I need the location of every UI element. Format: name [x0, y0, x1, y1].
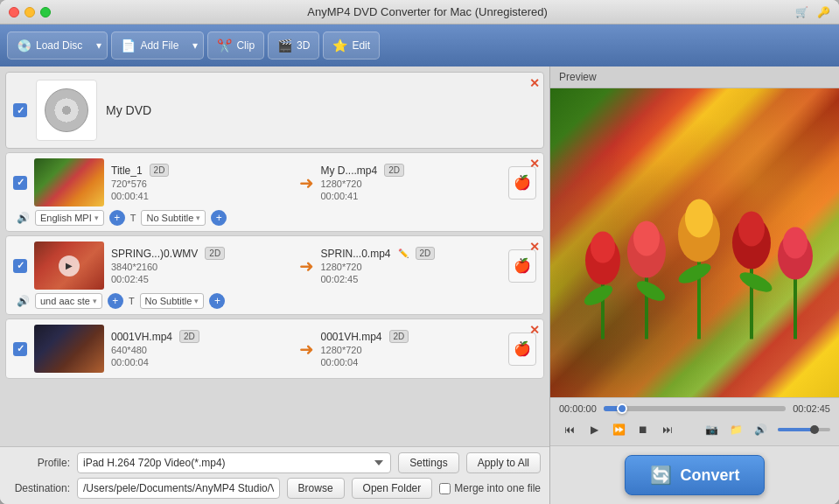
load-disc-button[interactable]: 💿 Load Disc — [7, 32, 91, 60]
clip-button[interactable]: ✂️ Clip — [207, 32, 264, 60]
arrow-1-icon: ➜ — [299, 256, 314, 276]
controls-row: ⏮ ▶ ⏩ ⏹ ⏭ 📷 📁 🔊 — [559, 419, 830, 440]
preview-overlay — [550, 88, 839, 397]
toolbar: 💿 Load Disc ▾ 📄 Add File ▾ ✂️ Clip 🎬 3D … — [0, 24, 839, 66]
thumb-1-image: ▶ — [34, 242, 104, 290]
subtitle-1-value: No Subtitle — [145, 296, 192, 306]
file-list: My DVD ✕ Title_1 2D — [0, 66, 549, 446]
video-2-output-name: 0001VH.mp4 — [321, 331, 382, 343]
video-0-device-button[interactable]: 🍎 — [508, 166, 536, 200]
video-1-options: 🔊 und aac ste ▾ + T No Subtitle ▾ — [13, 293, 536, 309]
video-1-checkbox[interactable] — [13, 259, 27, 273]
video-1-name: SPRING...)0.WMV — [111, 248, 198, 260]
video-2-thumbnail — [34, 325, 104, 373]
add-file-group: 📄 Add File ▾ — [111, 32, 204, 60]
3d-button[interactable]: 🎬 3D — [268, 32, 319, 60]
video-item-0: Title_1 2D 720*576 00:00:41 ➜ My D....mp… — [5, 152, 544, 232]
video-2-output-duration: 00:00:04 — [321, 357, 502, 368]
video-1-dims: 3840*2160 — [111, 262, 292, 272]
audio-1-select[interactable]: und aac ste ▾ — [35, 293, 102, 309]
video-1-output-info: SPRIN...0.mp4 ✏️ 2D 1280*720 00:02:45 — [321, 247, 502, 284]
audio-1-add[interactable]: + — [108, 293, 123, 309]
bottom-bar: Profile: iPad H.264 720p Video(*.mp4) Se… — [0, 446, 549, 504]
load-disc-dropdown[interactable]: ▾ — [91, 32, 108, 60]
video-item-row-0: Title_1 2D 720*576 00:00:41 ➜ My D....mp… — [13, 158, 536, 206]
profile-select[interactable]: iPad H.264 720p Video(*.mp4) — [77, 452, 391, 473]
minimize-button[interactable] — [24, 7, 35, 18]
progress-thumb[interactable] — [617, 403, 627, 414]
settings-button[interactable]: Settings — [398, 452, 458, 473]
add-file-button[interactable]: 📄 Add File — [111, 32, 187, 60]
audio-0-add[interactable]: + — [109, 210, 125, 226]
apply-to-all-button[interactable]: Apply to All — [466, 452, 541, 473]
right-panel: Preview — [550, 66, 839, 504]
close-button[interactable] — [9, 7, 19, 18]
video-1-info: SPRING...)0.WMV 2D 3840*2160 00:02:45 — [111, 247, 292, 284]
volume-thumb[interactable] — [810, 425, 819, 434]
audio-0-icon: 🔊 — [17, 212, 30, 224]
preview-video — [550, 88, 839, 397]
browse-button[interactable]: Browse — [287, 478, 345, 499]
video-item-2: 0001VH.mp4 2D 640*480 00:00:04 ➜ 0001VH.… — [5, 318, 544, 379]
subtitle-1-add[interactable]: + — [209, 293, 225, 309]
video-0-checkbox[interactable] — [13, 176, 27, 190]
merge-label[interactable]: Merge into one file — [439, 482, 541, 494]
play-button[interactable]: ▶ — [584, 419, 605, 440]
volume-fill — [778, 428, 815, 431]
arrow-2-icon: ➜ — [299, 339, 314, 360]
open-folder-button[interactable]: Open Folder — [352, 478, 433, 499]
convert-button[interactable]: 🔄 Convert — [625, 455, 765, 495]
stop-button[interactable]: ⏹ — [633, 419, 654, 440]
destination-row: Destination: Browse Open Folder Merge in… — [9, 478, 541, 499]
traffic-lights — [9, 7, 51, 18]
video-0-options: 🔊 English MPI ▾ + T No Subtitle ▾ — [13, 210, 536, 226]
video-1-meta: SPRING...)0.WMV 2D — [111, 247, 292, 260]
video-2-device-button[interactable]: 🍎 — [508, 332, 536, 366]
fast-forward-button[interactable]: ⏩ — [608, 419, 629, 440]
dvd-close-button[interactable]: ✕ — [529, 76, 540, 90]
load-disc-label: Load Disc — [36, 39, 82, 52]
merge-text: Merge into one file — [454, 482, 541, 494]
cart-icon[interactable]: 🛒 — [795, 6, 808, 18]
screenshot-button[interactable]: 📷 — [701, 419, 722, 440]
video-0-output-dims: 1280*720 — [321, 178, 502, 189]
video-0-close-button[interactable]: ✕ — [529, 157, 540, 171]
video-0-badge-2d: 2D — [150, 164, 170, 177]
skip-back-button[interactable]: ⏮ — [559, 419, 580, 440]
video-0-output-meta: My D....mp4 2D — [321, 164, 502, 177]
video-2-name: 0001VH.mp4 — [111, 331, 172, 343]
subtitle-0-arrow: ▾ — [196, 214, 200, 222]
edit-button[interactable]: ⭐ Edit — [323, 32, 380, 60]
audio-0-arrow: ▾ — [94, 214, 99, 222]
profile-row: Profile: iPad H.264 720p Video(*.mp4) Se… — [9, 452, 541, 473]
merge-checkbox[interactable] — [439, 483, 451, 494]
video-0-output-duration: 00:00:41 — [321, 191, 502, 201]
progress-bar[interactable] — [604, 406, 786, 411]
destination-label: Destination: — [9, 482, 70, 494]
video-2-checkbox[interactable] — [13, 342, 27, 356]
add-file-dropdown[interactable]: ▾ — [187, 32, 204, 60]
window-title: AnyMP4 DVD Converter for Mac (Unregister… — [59, 5, 795, 18]
maximize-button[interactable] — [40, 7, 51, 18]
key-icon[interactable]: 🔑 — [817, 6, 830, 18]
video-1-device-button[interactable]: 🍎 — [508, 249, 536, 283]
audio-1-icon: 🔊 — [17, 295, 30, 307]
subtitle-0-select[interactable]: No Subtitle ▾ — [141, 210, 206, 226]
skip-forward-button[interactable]: ⏭ — [657, 419, 678, 440]
subtitle-1-select[interactable]: No Subtitle ▾ — [140, 293, 205, 309]
subtitle-0-icon: T — [130, 213, 136, 223]
dvd-checkbox[interactable] — [13, 103, 27, 117]
folder-button[interactable]: 📁 — [725, 419, 746, 440]
video-1-close-button[interactable]: ✕ — [529, 240, 540, 254]
convert-section: 🔄 Convert — [550, 445, 839, 504]
volume-bar[interactable] — [778, 428, 830, 431]
titlebar: AnyMP4 DVD Converter for Mac (Unregister… — [0, 0, 839, 24]
profile-label: Profile: — [9, 457, 70, 469]
destination-input[interactable] — [77, 478, 280, 499]
audio-0-select[interactable]: English MPI ▾ — [35, 210, 104, 226]
subtitle-0-add[interactable]: + — [211, 210, 227, 226]
video-2-close-button[interactable]: ✕ — [529, 323, 540, 337]
video-0-name: Title_1 — [111, 164, 143, 177]
time-current: 00:00:00 — [559, 403, 597, 414]
3d-icon: 🎬 — [277, 38, 292, 52]
